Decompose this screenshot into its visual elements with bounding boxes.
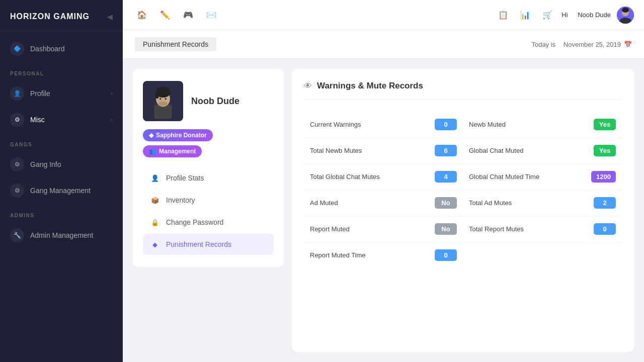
record-value: 0 (435, 249, 457, 261)
record-report-muted: Report Muted No (304, 216, 463, 242)
topbar-edit-button[interactable]: ✏️ (156, 6, 174, 24)
topbar-home-button[interactable]: 🏠 (133, 6, 151, 24)
date-value: November 25, 2019 (564, 41, 621, 48)
admin-management-icon: 🔧 (10, 228, 24, 242)
diamond-icon: ◆ (149, 132, 153, 139)
profile-username: Noob Dude (191, 96, 239, 107)
sidebar-item-label: Misc (30, 116, 45, 124)
menu-item-label: Profile Stats (166, 174, 204, 182)
topbar-cart-button[interactable]: 🛒 (539, 7, 555, 23)
record-label: Report Muted Time (310, 251, 430, 259)
sidebar-logo: HORIZON GAMING ◀ (0, 0, 123, 32)
record-label: Total Ad Mutes (469, 199, 589, 207)
record-value: 2 (594, 197, 616, 209)
content-area: Noob Dude ◆ Sapphire Donator 👥 Managemen… (123, 59, 644, 362)
menu-item-punishment-records[interactable]: ◆ Punishment Records (143, 234, 274, 255)
page-title: Punishment Records (135, 37, 216, 51)
record-value: Yes (594, 119, 616, 130)
main-content: 🏠 ✏️ 🎮 ✉️ 📋 📊 🛒 Hi Noob Dude (123, 0, 644, 362)
svg-rect-8 (155, 92, 158, 99)
profile-icon: 👤 (10, 86, 24, 101)
sidebar-item-admin-management[interactable]: 🔧 Admin Management (0, 222, 123, 248)
record-label: Newb Muted (469, 121, 589, 128)
record-total-global-chat-mutes: Total Global Chat Mutes 4 (304, 164, 463, 190)
lock-icon: 🔒 (150, 217, 160, 227)
record-total-ad-mutes: Total Ad Mutes 2 (463, 190, 622, 216)
sidebar-item-profile[interactable]: 👤 Profile › (0, 80, 123, 107)
sidebar-item-label: Dashboard (30, 45, 65, 53)
record-label: Global Chat Muted (469, 147, 589, 154)
punishment-icon: ◆ (150, 239, 160, 249)
users-icon: 👥 (149, 148, 156, 155)
dashboard-icon: 🔷 (10, 42, 24, 56)
sidebar-item-gang-info[interactable]: ⚙ Gang Info (0, 151, 123, 177)
sidebar-item-misc[interactable]: ⚙ Misc › (0, 107, 123, 133)
svg-point-9 (159, 98, 162, 100)
sidebar-item-label: Profile (30, 89, 50, 98)
record-value: 6 (435, 145, 457, 156)
menu-item-inventory[interactable]: 📦 Inventory (143, 190, 274, 211)
sidebar-item-dashboard[interactable]: 🔷 Dashboard (0, 36, 123, 62)
user-avatar[interactable] (617, 7, 634, 24)
record-value: 1200 (591, 171, 616, 183)
admins-section-label: ADMINS (0, 204, 123, 222)
topbar-username: Noob Dude (578, 11, 611, 19)
records-panel: 👁 Warnings & Mute Records Current Warnin… (292, 69, 634, 352)
profile-menu: 👤 Profile Stats 📦 Inventory 🔒 Change Pas… (143, 167, 274, 255)
record-value: No (435, 223, 457, 235)
record-value: 4 (435, 171, 457, 183)
record-global-chat-muted: Global Chat Muted Yes (463, 138, 622, 164)
sidebar-collapse-button[interactable]: ◀ (107, 13, 113, 21)
record-label: Total Newb Mutes (310, 147, 430, 154)
page-date: Today is November 25, 2019 📅 (531, 41, 632, 48)
svg-point-10 (165, 98, 167, 100)
svg-point-11 (158, 102, 168, 106)
menu-item-label: Inventory (166, 196, 195, 204)
record-value: No (435, 197, 457, 209)
misc-icon: ⚙ (10, 113, 24, 127)
menu-item-change-password[interactable]: 🔒 Change Password (143, 212, 274, 233)
menu-item-label: Change Password (166, 218, 223, 226)
profile-card: Noob Dude ◆ Sapphire Donator 👥 Managemen… (133, 69, 284, 267)
sapphire-donor-badge[interactable]: ◆ Sapphire Donator (143, 129, 213, 141)
eye-icon: 👁 (304, 81, 312, 90)
record-value: 0 (594, 223, 616, 235)
records-header: 👁 Warnings & Mute Records (304, 81, 622, 100)
menu-item-label: Punishment Records (166, 240, 231, 248)
topbar-mail-button[interactable]: ✉️ (202, 6, 220, 24)
profile-header: Noob Dude (143, 81, 274, 121)
record-current-warnings: Current Warnings 0 (304, 112, 463, 138)
record-label: Current Warnings (310, 121, 430, 128)
record-label: Report Muted (310, 225, 430, 233)
chevron-right-icon: › (111, 116, 113, 123)
profile-badges: ◆ Sapphire Donator 👥 Management (143, 129, 274, 157)
record-label: Global Chat Muted Time (469, 173, 586, 180)
topbar-clipboard-button[interactable]: 📋 (495, 7, 511, 23)
record-empty (463, 242, 622, 268)
profile-avatar (143, 81, 183, 121)
topbar-chart-button[interactable]: 📊 (517, 7, 533, 23)
topbar-gamepad-button[interactable]: 🎮 (179, 6, 197, 24)
record-newb-muted: Newb Muted Yes (463, 112, 622, 138)
sidebar: HORIZON GAMING ◀ 🔷 Dashboard PERSONAL 👤 … (0, 0, 123, 362)
sidebar-item-label: Gang Management (30, 187, 91, 195)
record-label: Total Global Chat Mutes (310, 173, 430, 180)
sidebar-item-label: Admin Management (30, 231, 93, 239)
personal-section-label: PERSONAL (0, 62, 123, 80)
management-badge[interactable]: 👥 Management (143, 145, 202, 157)
calendar-icon: 📅 (624, 41, 632, 48)
record-total-newb-mutes: Total Newb Mutes 6 (304, 138, 463, 164)
badge-label: Sapphire Donator (156, 132, 207, 139)
gangs-section-label: GANGS (0, 133, 123, 151)
records-grid: Current Warnings 0 Newb Muted Yes Total … (304, 112, 622, 268)
records-title: Warnings & Mute Records (317, 81, 423, 91)
app-name: HORIZON GAMING (10, 12, 90, 21)
sidebar-item-label: Gang Info (30, 160, 61, 168)
menu-item-profile-stats[interactable]: 👤 Profile Stats (143, 167, 274, 189)
record-report-muted-time: Report Muted Time 0 (304, 242, 463, 268)
topbar: 🏠 ✏️ 🎮 ✉️ 📋 📊 🛒 Hi Noob Dude (123, 0, 644, 30)
date-label: Today is (531, 41, 555, 48)
sidebar-item-gang-management[interactable]: ⚙ Gang Management (0, 177, 123, 204)
record-value: 0 (435, 119, 457, 130)
record-label: Ad Muted (310, 199, 430, 207)
